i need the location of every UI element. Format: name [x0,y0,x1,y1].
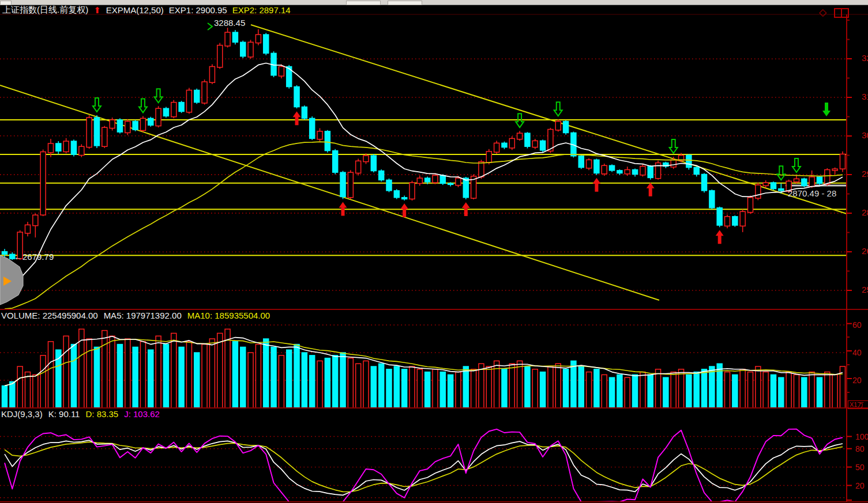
candle [25,222,30,236]
buy-arrow-icon [592,178,600,192]
volume-bar [563,369,569,408]
volume-bar [633,375,638,408]
volume-bar [578,366,584,408]
volume-bar [279,355,284,408]
price-axis-label: 2699 [862,247,868,255]
kdj-axis-label: 20 [855,482,865,490]
diamond-icon[interactable]: ◇ [819,6,826,18]
volume-bar [625,377,630,408]
volume-bar [456,372,461,408]
candle [602,164,607,176]
instrument-title: 上证指数(日线.前复权) [2,5,88,16]
candle [563,120,569,135]
volume-bar [802,377,807,408]
volume-bar [356,364,361,408]
kdj-axis-label: 80 [855,445,865,453]
price-axis-label: 3206 [862,54,868,62]
candle [186,88,191,114]
candle [163,107,168,118]
volume-bar [87,339,92,408]
candle [241,41,246,58]
candle [617,169,622,175]
volume-bar [310,355,315,408]
volume-bar [394,366,399,408]
candle [87,115,92,149]
candle [310,116,315,140]
candle [394,189,399,199]
candle [333,149,338,175]
candle [386,179,392,192]
volume-bar [594,369,599,408]
candle [133,120,138,131]
chart-canvas[interactable] [0,0,868,503]
candle [194,89,200,104]
sell-arrow-icon [792,158,801,172]
candle [317,128,322,141]
candle [648,165,653,180]
candle [732,215,738,227]
sell-arrow-icon [777,166,785,180]
volume-bar [555,364,561,408]
volume-bar [325,358,330,408]
candle [102,126,107,148]
panel-collapse-tab[interactable] [0,255,27,307]
kdj-j-line [5,429,843,502]
candle [294,85,299,108]
candle [110,118,115,130]
volume-axis-label: 40 [852,349,862,357]
candles-group [2,28,846,260]
volume-bar [302,353,307,408]
volume-bar [264,339,269,408]
signal-up-arrow-icon: ⬆ [93,5,101,16]
volume-bar [825,372,830,408]
volume-bar [425,372,430,408]
candle [348,170,353,199]
candle [633,169,638,177]
candle [587,158,592,170]
volume-bar [125,339,130,408]
volume-bar [287,350,292,408]
split-window-icon[interactable] [834,8,849,18]
exp1-value: EXP1: 2900.95 [169,5,227,15]
sell-arrow-icon [139,99,147,112]
candle [663,162,668,168]
volume-bar [748,372,753,408]
volume-bar [732,375,738,408]
candle [40,150,46,217]
volume-bar [241,347,246,408]
volume-bar [248,353,253,408]
price-axis-label: 3004 [862,131,868,139]
volume-bar [2,386,7,408]
volume-bar [679,369,684,408]
volume-bar [471,369,476,408]
volume-bar [463,366,468,408]
volume-bar [94,347,99,408]
volume-bar [379,364,384,408]
volume-bar [725,372,730,408]
volume-bar [202,345,207,408]
volume-bar [294,345,299,408]
volume-bar [809,372,814,408]
candle [748,195,753,214]
buy-arrow-icon [400,203,408,217]
volume-bar [740,369,745,408]
volume-bar [656,369,661,408]
peak-pointer-icon [208,23,212,30]
volume-unit-label: X1万 [848,400,868,409]
volume-bar [217,333,223,408]
candle [371,154,376,172]
kdj-header: KDJ(9,3,3) K: 90.11 D: 83.35 J: 103.62 [1,409,160,419]
volume-bar [371,366,376,408]
volume-bar [110,336,115,408]
volume-bar [117,345,122,408]
candle [832,168,837,175]
volume-bar [386,369,392,408]
volume-bar [133,347,138,408]
candle [409,181,415,201]
indicator-name: EXPMA(12,50) [106,5,164,15]
volume-bar [771,375,776,408]
candle [171,100,176,119]
volume-bar [186,342,191,408]
price-axis-label: 2902 [862,170,868,178]
volume-bar [348,358,353,408]
